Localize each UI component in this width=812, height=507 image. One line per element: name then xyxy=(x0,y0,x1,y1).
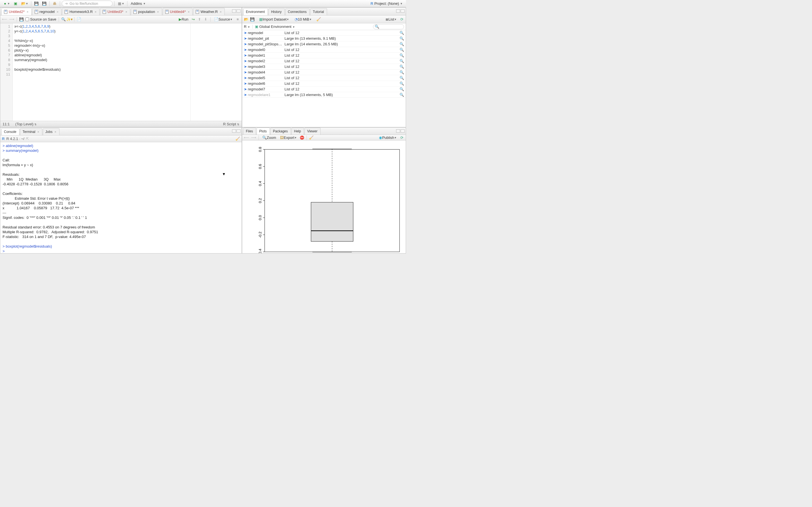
rerun-icon[interactable]: ↪ xyxy=(191,17,196,22)
save-source-icon[interactable]: 💾 xyxy=(19,17,24,22)
inspect-icon[interactable]: 🔍 xyxy=(400,87,404,91)
minimize-icon[interactable] xyxy=(396,129,400,133)
goto-file-function-input[interactable]: ➜ Go to file/function xyxy=(62,1,112,6)
inspect-icon[interactable]: 🔍 xyxy=(400,81,404,86)
memory-usage-button[interactable]: ◔ 10 MiB ▼ xyxy=(294,17,313,22)
plots-tab[interactable]: Files xyxy=(243,128,256,135)
source-tab[interactable]: population× xyxy=(131,8,162,15)
run-button[interactable]: ▶ Run xyxy=(177,17,190,22)
env-item-row[interactable]: ➤ regmodel_pitStops… Large lm (14 elemen… xyxy=(242,41,406,47)
env-item-row[interactable]: ➤ regmodel_pit Large lm (13 elements, 9.… xyxy=(242,36,406,41)
plots-tab[interactable]: Viewer xyxy=(305,128,320,135)
close-icon[interactable]: × xyxy=(54,130,56,133)
pane-layout-button[interactable]: ▦▼ xyxy=(116,1,125,6)
lang-indicator[interactable]: R Script ⇅ xyxy=(223,122,239,126)
clear-plots-icon[interactable]: 🧹 xyxy=(309,135,313,140)
source-on-save-checkbox[interactable]: Source on Save xyxy=(26,17,56,21)
refresh-env-icon[interactable]: ⟳ xyxy=(400,17,404,22)
scope-env[interactable]: ▣ Global Environment ▼ xyxy=(255,24,295,29)
close-icon[interactable]: × xyxy=(188,10,190,13)
outline-icon[interactable]: ≡ xyxy=(236,17,240,22)
publish-button[interactable]: ◉ Publish ▼ xyxy=(378,135,398,140)
inspect-icon[interactable]: 🔍 xyxy=(400,76,404,80)
expand-icon[interactable]: ➤ xyxy=(244,48,248,52)
env-tab[interactable]: Tutorial xyxy=(310,8,327,15)
up-icon[interactable]: ⬆ xyxy=(197,17,202,22)
source-tab[interactable]: Untitled3*× xyxy=(100,8,130,15)
save-button[interactable]: 💾 xyxy=(33,1,40,6)
expand-icon[interactable]: ➤ xyxy=(244,36,248,41)
inspect-icon[interactable]: 🔍 xyxy=(400,70,404,74)
maximize-icon[interactable] xyxy=(237,9,241,13)
source-editor[interactable]: 1234567891011 x<-c(1,2,3,4,5,6,7,8,9)y<-… xyxy=(0,23,242,121)
console-tab[interactable]: Console xyxy=(1,128,19,135)
minimize-icon[interactable] xyxy=(232,9,236,13)
minimize-icon[interactable] xyxy=(396,9,400,13)
console-tab[interactable]: Terminal× xyxy=(20,128,42,135)
nav-fwd-icon[interactable]: ⟶ xyxy=(9,17,14,21)
expand-icon[interactable]: ➤ xyxy=(244,81,248,86)
close-icon[interactable]: × xyxy=(37,130,39,133)
new-project-button[interactable]: ▣ xyxy=(12,1,19,6)
expand-icon[interactable]: ➤ xyxy=(244,87,248,91)
print-button[interactable]: 🖶 xyxy=(51,1,58,6)
inspect-icon[interactable]: 🔍 xyxy=(400,42,404,46)
remove-plot-icon[interactable]: ⛔ xyxy=(300,135,304,140)
env-item-row[interactable]: ➤ regmodelare1 Large lm (13 elements, 5 … xyxy=(242,92,406,98)
wand-icon[interactable]: ✨▾ xyxy=(67,17,72,22)
inspect-icon[interactable]: 🔍 xyxy=(400,31,404,35)
expand-icon[interactable]: ➤ xyxy=(244,93,248,97)
console-output[interactable]: > abline(regmodel)> summary(regmodel) Ca… xyxy=(0,142,242,253)
scope-lang[interactable]: R ▼ xyxy=(244,24,250,29)
inspect-icon[interactable]: 🔍 xyxy=(400,93,404,97)
source-on-save-input[interactable] xyxy=(26,17,29,21)
env-item-row[interactable]: ➤ regmodel List of 12 🔍 xyxy=(242,30,406,36)
view-mode-button[interactable]: ≣ List ▼ xyxy=(384,17,398,22)
env-tab[interactable]: Connections xyxy=(285,8,310,15)
nav-back-icon[interactable]: ⟵ xyxy=(2,17,7,21)
down-icon[interactable]: ⬇ xyxy=(204,17,208,22)
env-tab[interactable]: History xyxy=(268,8,285,15)
env-item-row[interactable]: ➤ regmodel0 List of 12 🔍 xyxy=(242,47,406,53)
find-icon[interactable]: 🔍 xyxy=(61,17,66,22)
inspect-icon[interactable]: 🔍 xyxy=(400,59,404,63)
maximize-icon[interactable] xyxy=(401,129,405,133)
expand-icon[interactable]: ➤ xyxy=(244,42,248,46)
close-icon[interactable]: × xyxy=(57,10,58,13)
plot-prev-icon[interactable]: ⟵ xyxy=(244,135,249,140)
expand-icon[interactable]: ➤ xyxy=(244,64,248,69)
save-all-button[interactable]: 💾 xyxy=(41,1,48,6)
inspect-icon[interactable]: 🔍 xyxy=(400,36,404,41)
inspect-icon[interactable]: 🔍 xyxy=(400,64,404,69)
maximize-icon[interactable] xyxy=(401,9,405,13)
plots-tab[interactable]: Help xyxy=(292,128,304,135)
console-tab[interactable]: Jobs× xyxy=(43,128,59,135)
expand-icon[interactable]: ➤ xyxy=(244,31,248,35)
close-icon[interactable]: × xyxy=(125,10,127,13)
env-item-row[interactable]: ➤ regmodel6 List of 12 🔍 xyxy=(242,81,406,87)
open-file-button[interactable]: 📂▼ xyxy=(20,1,29,6)
save-workspace-icon[interactable]: 💾 xyxy=(250,17,255,22)
expand-icon[interactable]: ➤ xyxy=(244,53,248,57)
env-item-row[interactable]: ➤ regmodel7 List of 12 🔍 xyxy=(242,87,406,92)
addins-dropdown[interactable]: Addins▼ xyxy=(129,1,147,6)
scope-indicator[interactable]: (Top Level) ⇅ xyxy=(15,122,37,126)
source-tab[interactable]: regmodel× xyxy=(32,8,62,15)
source-button[interactable]: 📄 Source ▼ xyxy=(213,17,234,22)
source-tab[interactable]: Untitled2*× xyxy=(1,8,32,15)
new-file-button[interactable]: ●▼ xyxy=(2,1,11,6)
minimize-icon[interactable] xyxy=(232,129,236,133)
source-tab[interactable]: Homework3.R× xyxy=(62,8,100,15)
env-search[interactable]: 🔍 xyxy=(373,24,404,29)
import-dataset-button[interactable]: ▦ Import Dataset ▼ xyxy=(258,17,290,22)
plots-tab[interactable]: Plots xyxy=(257,128,270,135)
expand-icon[interactable]: ➤ xyxy=(244,59,248,63)
env-tab[interactable]: Environment xyxy=(243,8,268,15)
source-tab[interactable]: Untitled4*× xyxy=(163,8,193,15)
code-area[interactable]: x<-c(1,2,3,4,5,6,7,8,9)y<-c(1,2,4,4,5,6.… xyxy=(13,23,242,121)
env-list[interactable]: ➤ regmodel List of 12 🔍➤ regmodel_pit La… xyxy=(242,30,406,127)
expand-icon[interactable]: ➤ xyxy=(244,76,248,80)
compile-report-icon[interactable]: 📄 xyxy=(77,17,81,22)
plots-tab[interactable]: Packages xyxy=(270,128,291,135)
refresh-plot-icon[interactable]: ⟳ xyxy=(400,135,404,140)
